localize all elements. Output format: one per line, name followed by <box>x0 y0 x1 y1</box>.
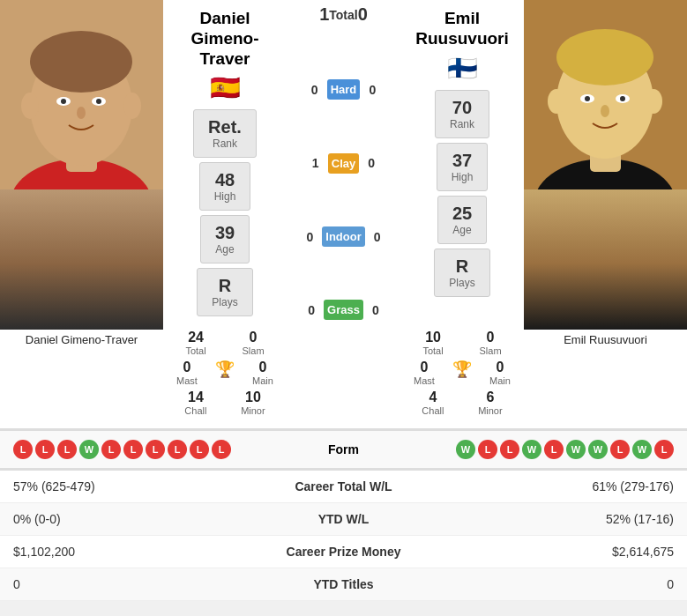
svg-point-16 <box>556 29 653 85</box>
right-total-slam: 10 Total 0 Slam <box>405 330 519 356</box>
left-player-photo <box>0 0 163 330</box>
right-mast-stat: 0 Mast <box>414 360 435 386</box>
left-age-value: 39 <box>215 223 235 243</box>
left-chall-minor: 14 Chall 10 Minor <box>168 390 282 416</box>
right-minor-lbl: Minor <box>478 405 503 416</box>
center-spacer <box>287 330 400 419</box>
right-age-value: 25 <box>452 204 472 224</box>
hard-line: 0 Hard 0 <box>307 79 381 100</box>
left-slam-val: 0 <box>243 330 265 345</box>
form-badge: L <box>610 440 630 459</box>
clay-button[interactable]: Clay <box>328 153 359 174</box>
left-high-value: 48 <box>214 170 236 190</box>
right-mast-val: 0 <box>414 360 435 375</box>
form-badge: W <box>588 440 608 459</box>
left-high-box: 48 High <box>199 162 251 211</box>
stat-row: $1,102,200 Career Prize Money $2,614,675 <box>0 536 687 568</box>
form-badge: L <box>190 440 209 459</box>
svg-point-20 <box>620 96 625 101</box>
right-chall-lbl: Chall <box>422 405 444 416</box>
left-slam-stat: 0 Slam <box>243 330 265 356</box>
left-total-slam: 24 Total 0 Slam <box>168 330 282 356</box>
form-badge: L <box>35 440 55 459</box>
left-bottom-stats: 24 Total 0 Slam 0 Mast 🏆 0 Main <box>163 330 287 419</box>
hard-left-score: 0 <box>307 83 323 97</box>
right-rank-box: 70 Rank <box>435 90 489 138</box>
left-chall-lbl: Chall <box>184 405 206 416</box>
right-bottom-spacer <box>524 330 687 419</box>
right-plays-box: R Plays <box>434 249 489 297</box>
right-player-name: Emil Ruusuvuori <box>405 9 519 49</box>
right-chall-minor: 4 Chall 6 Minor <box>405 390 519 416</box>
total-right-score: 0 <box>358 4 368 25</box>
total-label: Total <box>329 8 357 22</box>
indoor-left-score: 0 <box>302 230 317 244</box>
grass-left-score: 0 <box>303 303 319 317</box>
main-container: Daniel Gimeno-Traver Daniel Gimeno-Trave… <box>0 0 687 601</box>
form-badge: W <box>632 440 652 459</box>
left-flag: 🇪🇸 <box>210 73 241 102</box>
left-rank-label: Rank <box>208 137 242 150</box>
form-badge: W <box>79 440 99 459</box>
right-minor-stat: 6 Minor <box>478 390 503 416</box>
stat-row: 57% (625-479) Career Total W/L 61% (279-… <box>0 471 687 503</box>
right-chall-val: 4 <box>422 390 444 405</box>
right-player-photo <box>524 0 687 330</box>
svg-point-7 <box>61 99 66 104</box>
indoor-right-score: 0 <box>370 230 385 244</box>
grass-line: 0 Grass 0 <box>303 300 384 320</box>
left-minor-val: 10 <box>241 390 265 405</box>
left-plays-box: R Plays <box>197 268 252 316</box>
stat-row-center-label: YTD W/L <box>265 512 423 526</box>
left-high-label: High <box>214 190 236 203</box>
right-age-label: Age <box>452 224 472 236</box>
right-mast-main: 0 Mast 🏆 0 Main <box>405 360 519 386</box>
right-chall-stat: 4 Chall <box>422 390 444 416</box>
clay-right-score: 0 <box>363 156 379 170</box>
left-rank-box: Ret. Rank <box>193 109 257 158</box>
total-line: 1 Total 0 <box>310 4 377 25</box>
clay-line: 1 Clay 0 <box>308 153 379 174</box>
stat-row-left-val: 0 <box>13 577 265 591</box>
stat-row-center-label: Career Prize Money <box>265 545 423 559</box>
left-player-photo-col: Daniel Gimeno-Traver <box>0 0 163 330</box>
left-mast-main: 0 Mast 🏆 0 Main <box>168 360 282 386</box>
left-player-name: Daniel Gimeno-Traver <box>168 9 282 69</box>
left-form-badges: LLLWLLLLLL <box>13 440 291 459</box>
players-top: Daniel Gimeno-Traver Daniel Gimeno-Trave… <box>0 0 687 330</box>
svg-point-9 <box>77 107 86 119</box>
stat-row-right-val: 0 <box>423 577 675 591</box>
stat-row-right-val: 61% (279-176) <box>423 479 675 494</box>
right-age-box: 25 Age <box>437 196 487 244</box>
stat-row: 0 YTD Titles 0 <box>0 568 687 601</box>
form-badge: L <box>478 440 497 459</box>
form-badge: L <box>13 440 33 459</box>
left-mast-lbl: Mast <box>176 375 198 386</box>
form-badge: L <box>146 440 165 459</box>
left-main-lbl: Main <box>252 375 273 386</box>
svg-point-4 <box>30 31 132 93</box>
left-rank-value: Ret. <box>208 117 242 137</box>
bottom-player-stats: 24 Total 0 Slam 0 Mast 🏆 0 Main <box>0 330 687 428</box>
left-total-stat: 24 Total <box>185 330 205 356</box>
left-main-stat: 0 Main <box>252 360 273 386</box>
right-rank-label: Rank <box>450 118 474 130</box>
left-minor-stat: 10 Minor <box>241 390 265 416</box>
form-badge: W <box>566 440 586 459</box>
right-minor-val: 6 <box>478 390 503 405</box>
hard-button[interactable]: Hard <box>327 79 361 100</box>
svg-point-8 <box>96 99 101 104</box>
left-mast-val: 0 <box>176 360 198 375</box>
stat-row-center-label: YTD Titles <box>265 577 423 591</box>
stat-row: 0% (0-0) YTD W/L 52% (17-16) <box>0 503 687 536</box>
stat-row-right-val: 52% (17-16) <box>423 512 675 526</box>
indoor-line: 0 Indoor 0 <box>302 226 385 247</box>
right-high-value: 37 <box>452 151 474 171</box>
indoor-button[interactable]: Indoor <box>322 226 364 247</box>
grass-button[interactable]: Grass <box>324 300 363 320</box>
left-plays-value: R <box>212 276 237 296</box>
form-section: LLLWLLLLLL Form WLLWLWWLWL <box>0 430 687 468</box>
form-badge: L <box>500 440 519 459</box>
form-badge: L <box>544 440 564 459</box>
left-info-col: Daniel Gimeno-Traver 🇪🇸 Ret. Rank 48 Hig… <box>163 0 287 330</box>
